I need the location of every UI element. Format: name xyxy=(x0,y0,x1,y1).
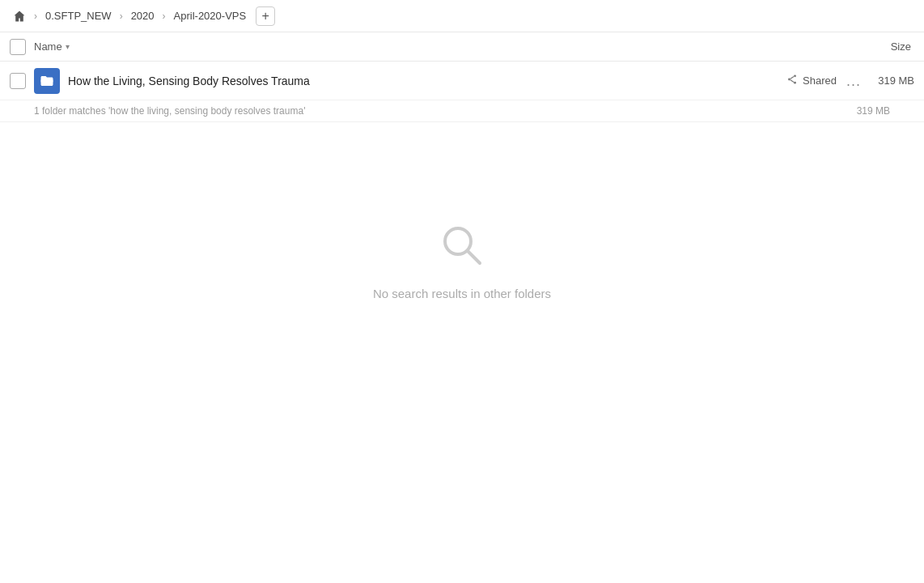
breadcrumb-sep-1: › xyxy=(34,11,37,22)
svg-line-3 xyxy=(790,77,794,79)
no-results-section: No search results in other folders xyxy=(0,122,924,349)
chevron-down-icon: ▾ xyxy=(66,42,70,51)
breadcrumb-bar: › 0.SFTP_NEW › 2020 › April-2020-VPS + xyxy=(0,0,924,32)
folder-link-icon xyxy=(34,68,60,94)
no-results-text: No search results in other folders xyxy=(373,287,551,300)
home-button[interactable] xyxy=(10,6,29,26)
file-checkbox[interactable] xyxy=(10,73,26,89)
svg-line-6 xyxy=(468,251,480,263)
svg-point-2 xyxy=(794,82,796,84)
select-all-checkbox[interactable] xyxy=(10,39,26,55)
size-column-header: Size xyxy=(891,40,914,53)
name-column-header[interactable]: Name ▾ xyxy=(34,40,70,53)
file-row[interactable]: How the Living, Sensing Body Resolves Tr… xyxy=(0,62,924,100)
share-icon xyxy=(786,74,798,87)
match-text: 1 folder matches 'how the living, sensin… xyxy=(34,105,857,117)
breadcrumb-item-1[interactable]: 2020 xyxy=(128,8,158,23)
file-name: How the Living, Sensing Body Resolves Tr… xyxy=(68,74,786,87)
breadcrumb-sep-3: › xyxy=(163,11,166,22)
no-results-search-icon xyxy=(436,219,488,274)
column-header: Name ▾ Size xyxy=(0,32,924,62)
breadcrumb-item-2[interactable]: April-2020-VPS xyxy=(171,8,250,23)
match-size: 319 MB xyxy=(857,105,890,117)
svg-point-0 xyxy=(794,74,796,77)
shared-status: Shared xyxy=(786,74,837,87)
add-button[interactable]: + xyxy=(256,6,275,26)
breadcrumb-item-0[interactable]: 0.SFTP_NEW xyxy=(42,8,115,23)
more-options-button[interactable]: ... xyxy=(846,74,861,88)
svg-point-1 xyxy=(788,79,790,81)
file-size: 319 MB xyxy=(874,74,914,87)
breadcrumb-sep-2: › xyxy=(120,11,123,22)
svg-line-4 xyxy=(790,80,794,83)
match-info-row: 1 folder matches 'how the living, sensin… xyxy=(0,100,924,122)
